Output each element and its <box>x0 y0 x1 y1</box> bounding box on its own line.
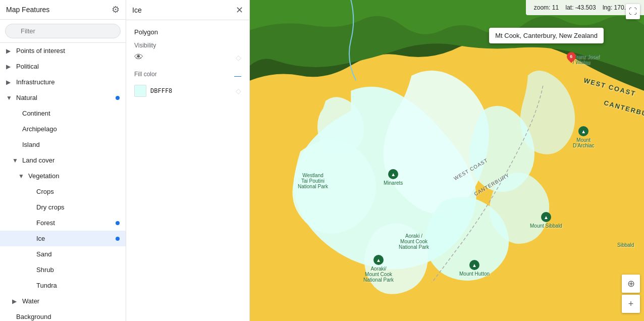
sidebar-item-label-background: Background <box>16 313 120 320</box>
fill-color-header: Fill color — <box>134 71 241 81</box>
sidebar-item-shrub[interactable]: Shrub <box>0 262 126 278</box>
chevron-water-icon: ▶ <box>12 298 18 305</box>
sidebar-item-sand[interactable]: Sand <box>0 246 126 262</box>
detail-title: Ice <box>132 6 142 14</box>
sidebar-item-water[interactable]: ▶Water <box>0 293 126 309</box>
sidebar-item-label-political: Political <box>16 63 120 70</box>
color-swatch-wrapper[interactable]: DBFFF8 <box>134 85 172 97</box>
detail-body: Polygon Visibility 👁 ◇ Fill color — DBFF… <box>126 20 249 321</box>
sidebar-item-label-water: Water <box>22 297 120 305</box>
visibility-diamond-icon[interactable]: ◇ <box>236 54 241 62</box>
sidebar-item-background[interactable]: Background <box>0 309 126 321</box>
nav-list: ▶Points of interest▶Political▶Infrastruc… <box>0 43 126 321</box>
fill-color-minus-icon[interactable]: — <box>234 72 241 80</box>
detail-panel: Ice ✕ Polygon Visibility 👁 ◇ Fill color … <box>126 0 250 321</box>
chevron-land-cover-icon: ▼ <box>12 157 18 164</box>
sidebar-item-label-dry-crops: Dry crops <box>36 203 120 211</box>
sidebar: Map Features ⚙ ≡ ▶Points of interest▶Pol… <box>0 0 126 321</box>
sidebar-item-label-shrub: Shrub <box>36 266 120 274</box>
visibility-controls: 👁 ◇ <box>134 52 241 63</box>
lng-label: lng: <box>603 4 612 11</box>
lat-value: -43.503 <box>575 4 596 11</box>
fill-color-property: Fill color — DBFFF8 ◇ <box>134 71 241 97</box>
sidebar-item-dry-crops[interactable]: Dry crops <box>0 199 126 215</box>
sidebar-item-land-cover[interactable]: ▼Land cover <box>0 152 126 168</box>
sidebar-item-label-vegetation: Vegetation <box>28 172 120 180</box>
dot-natural <box>116 96 120 100</box>
sidebar-item-tundra[interactable]: Tundra <box>0 278 126 293</box>
sidebar-item-archipelago[interactable]: Archipelago <box>0 121 126 137</box>
color-row: DBFFF8 ◇ <box>134 85 241 97</box>
chevron-vegetation-icon: ▼ <box>18 173 24 180</box>
chevron-infrastructure-icon: ▶ <box>6 79 12 86</box>
filter-input[interactable] <box>5 24 121 38</box>
map-controls: ⊕ + <box>622 275 640 313</box>
color-hex: DBFFF8 <box>150 87 172 94</box>
chevron-points-of-interest-icon: ▶ <box>6 47 12 55</box>
sidebar-item-label-sand: Sand <box>36 250 120 258</box>
sidebar-item-label-archipelago: Archipelago <box>22 125 120 133</box>
sidebar-item-political[interactable]: ▶Political <box>0 59 126 74</box>
sidebar-item-label-infrastructure: Infrastructure <box>16 78 120 86</box>
sidebar-header: Map Features ⚙ <box>0 0 126 20</box>
sidebar-item-points-of-interest[interactable]: ▶Points of interest <box>0 43 126 59</box>
zoom-label: zoom: <box>534 4 551 11</box>
fullscreen-button[interactable]: ⛶ <box>626 4 640 19</box>
sidebar-title: Map Features <box>6 6 49 14</box>
sidebar-item-continent[interactable]: Continent <box>0 105 126 121</box>
polygon-label: Polygon <box>134 28 241 36</box>
fill-color-label: Fill color <box>134 71 157 78</box>
location-button[interactable]: ⊕ <box>622 275 640 293</box>
zoom-value: 11 <box>552 4 559 11</box>
dot-forest <box>116 221 120 225</box>
sidebar-item-label-points-of-interest: Points of interest <box>16 47 120 55</box>
sidebar-item-label-tundra: Tundra <box>36 282 120 289</box>
lat-label: lat: <box>566 4 574 11</box>
gear-icon[interactable]: ⚙ <box>112 4 120 15</box>
close-icon[interactable]: ✕ <box>236 5 243 16</box>
sidebar-item-label-crops: Crops <box>36 188 120 195</box>
color-swatch[interactable] <box>134 85 146 97</box>
sidebar-item-forest[interactable]: Forest <box>0 215 126 231</box>
map-tooltip: Mt Cook, Canterbury, New Zealand <box>489 28 604 43</box>
filter-bar: ≡ <box>0 20 126 43</box>
sidebar-item-island[interactable]: Island <box>0 137 126 152</box>
sidebar-item-label-ice: Ice <box>36 235 120 242</box>
sidebar-item-natural[interactable]: ▼Natural <box>0 90 126 105</box>
sidebar-item-infrastructure[interactable]: ▶Infrastructure <box>0 74 126 90</box>
detail-header: Ice ✕ <box>126 0 249 20</box>
filter-wrapper: ≡ <box>5 24 121 38</box>
map-area[interactable]: zoom: 11 lat: -43.503 lng: 170.306 Mt Co… <box>250 0 644 321</box>
sidebar-item-ice[interactable]: Ice <box>0 231 126 246</box>
sidebar-item-label-land-cover: Land cover <box>22 156 120 164</box>
visibility-row: Visibility 👁 ◇ <box>134 42 241 63</box>
visibility-label: Visibility <box>134 42 241 49</box>
color-diamond-icon[interactable]: ◇ <box>236 87 241 95</box>
zoom-in-button[interactable]: + <box>622 295 640 313</box>
sidebar-item-vegetation[interactable]: ▼Vegetation <box>0 168 126 184</box>
sidebar-item-crops[interactable]: Crops <box>0 184 126 199</box>
chevron-political-icon: ▶ <box>6 63 12 70</box>
sidebar-item-label-island: Island <box>22 141 120 148</box>
sidebar-item-label-continent: Continent <box>22 110 120 117</box>
dot-ice <box>116 237 120 241</box>
eye-icon[interactable]: 👁 <box>134 52 143 63</box>
sidebar-item-label-forest: Forest <box>36 219 120 227</box>
chevron-natural-icon: ▼ <box>6 94 12 101</box>
sidebar-item-label-natural: Natural <box>16 94 120 101</box>
